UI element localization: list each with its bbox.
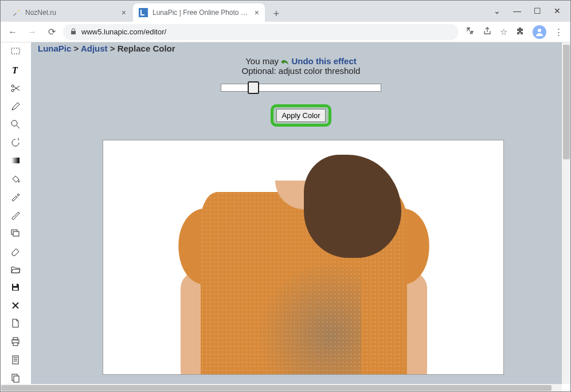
new-tab-button[interactable]: +	[268, 6, 284, 22]
svg-point-4	[11, 85, 14, 87]
tab-title: LunaPic | Free Online Photo Editor	[152, 9, 251, 17]
image-canvas[interactable]	[103, 140, 504, 375]
breadcrumb: LunaPic > Adjust > Replace Color	[38, 44, 175, 53]
browser-address-bar: ← → ⟳ www5.lunapic.com/editor/ ☆ ⋮	[0, 22, 571, 42]
eraser-icon[interactable]	[9, 245, 22, 257]
minimize-button[interactable]: —	[513, 6, 521, 15]
svg-rect-0	[139, 8, 148, 17]
horizontal-scrollbar[interactable]	[0, 384, 562, 392]
reload-button[interactable]: ⟳	[44, 24, 60, 40]
scissors-icon[interactable]	[9, 82, 22, 95]
page-icon[interactable]	[9, 354, 22, 366]
svg-rect-14	[13, 338, 18, 340]
optional-text: Optional: adjust color threshold	[242, 66, 361, 76]
apply-highlight: Apply Color	[271, 104, 331, 127]
undo-link[interactable]: Undo this effect	[291, 56, 356, 66]
star-icon[interactable]: ☆	[500, 27, 507, 37]
threshold-slider[interactable]	[221, 84, 381, 92]
scrollbar-thumb[interactable]	[1, 385, 552, 391]
print-icon[interactable]	[9, 335, 22, 348]
browser-tabbar: NozNet.ru × LunaPic | Free Online Photo …	[0, 0, 571, 22]
layers-icon[interactable]	[9, 227, 22, 240]
new-page-icon[interactable]	[9, 317, 22, 330]
svg-rect-15	[13, 343, 18, 346]
vertical-scrollbar[interactable]	[562, 42, 571, 384]
close-icon[interactable]: ×	[255, 8, 259, 17]
text-tool-icon[interactable]: T	[9, 64, 22, 77]
maximize-button[interactable]: ☐	[534, 6, 541, 15]
bucket-icon[interactable]	[9, 173, 22, 185]
tab-noznet[interactable]: NozNet.ru ×	[6, 3, 132, 22]
copy-icon[interactable]	[9, 371, 22, 384]
wrench-icon	[11, 8, 21, 17]
brush-icon[interactable]	[9, 209, 22, 221]
svg-rect-8	[11, 158, 19, 163]
tab-lunapic[interactable]: LunaPic | Free Online Photo Editor ×	[133, 3, 265, 22]
share-icon[interactable]	[483, 26, 492, 37]
effect-message: You may Undo this effect Optional: adjus…	[31, 56, 571, 76]
url-text: www5.lunapic.com/editor/	[81, 28, 166, 36]
undo-arrow-icon	[281, 58, 289, 65]
edited-photo	[103, 140, 503, 374]
close-icon[interactable]: ×	[122, 8, 126, 17]
zoom-icon[interactable]	[9, 118, 22, 131]
menu-icon[interactable]: ⋮	[554, 27, 563, 37]
window-controls: ⌄ — ☐ ✕	[494, 0, 571, 22]
apply-color-button[interactable]: Apply Color	[276, 109, 325, 122]
eyedropper-icon[interactable]	[9, 191, 22, 203]
back-button[interactable]: ←	[5, 24, 21, 40]
tab-title: NozNet.ru	[25, 9, 118, 17]
svg-rect-12	[13, 288, 18, 290]
scrollbar-thumb[interactable]	[563, 45, 570, 159]
profile-avatar[interactable]	[533, 25, 546, 39]
chevron-down-icon[interactable]: ⌄	[494, 6, 500, 15]
lunapic-icon	[139, 8, 148, 17]
toolbar-icons: ☆ ⋮	[462, 25, 566, 39]
svg-rect-16	[13, 356, 18, 364]
svg-point-1	[538, 29, 541, 32]
svg-point-5	[11, 89, 14, 92]
rotate-icon[interactable]	[9, 136, 22, 149]
svg-rect-18	[14, 376, 19, 382]
url-input[interactable]: www5.lunapic.com/editor/	[63, 24, 459, 40]
svg-rect-2	[11, 48, 19, 54]
editor-toolbar: T	[0, 42, 31, 384]
editor-content: LunaPic > Adjust > Replace Color You may…	[31, 42, 571, 384]
save-icon[interactable]	[9, 281, 22, 294]
breadcrumb-current: Replace Color	[118, 44, 175, 53]
forward-button[interactable]: →	[24, 24, 40, 40]
breadcrumb-root[interactable]: LunaPic	[38, 44, 71, 53]
gradient-icon[interactable]	[9, 154, 22, 167]
svg-text:T: T	[12, 65, 18, 75]
translate-icon[interactable]	[466, 26, 475, 37]
lock-icon	[70, 28, 77, 36]
svg-point-6	[11, 120, 17, 126]
select-tool-icon[interactable]	[9, 46, 22, 58]
slider-thumb[interactable]	[248, 81, 259, 94]
svg-rect-11	[13, 284, 17, 286]
close-window-button[interactable]: ✕	[554, 6, 561, 15]
breadcrumb-mid[interactable]: Adjust	[81, 44, 108, 53]
svg-rect-10	[13, 232, 19, 236]
pencil-icon[interactable]	[9, 100, 22, 113]
extensions-icon[interactable]	[515, 26, 525, 37]
folder-open-icon[interactable]	[9, 263, 22, 276]
delete-icon[interactable]	[9, 299, 22, 312]
